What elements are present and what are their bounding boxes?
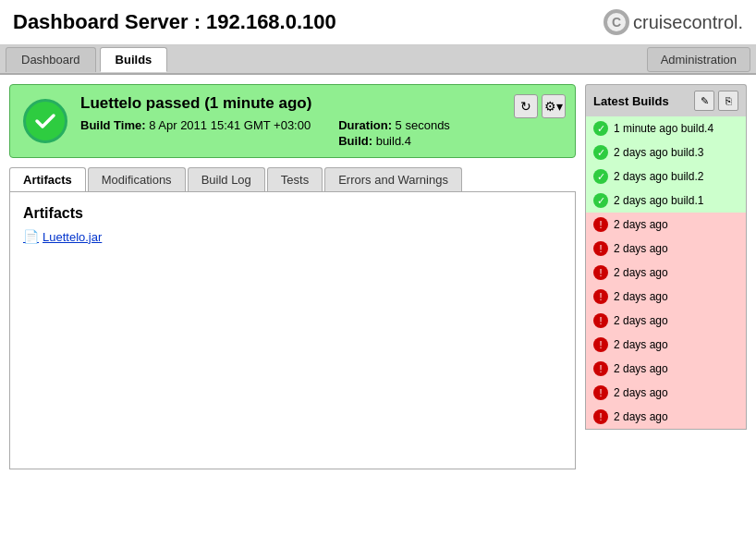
artifact-filename: Luettelo.jar: [43, 230, 102, 244]
file-icon: 📄: [23, 229, 39, 244]
build-list-item[interactable]: !2 days ago: [586, 309, 746, 333]
content-area: Luettelo passed (1 minute ago) Build Tim…: [9, 84, 576, 469]
build-title: Luettelo passed (1 minute ago): [80, 94, 562, 113]
build-list-item[interactable]: !2 days ago: [586, 261, 746, 285]
artifacts-heading: Artifacts: [23, 205, 562, 222]
tab-build-log[interactable]: Build Log: [188, 167, 265, 191]
tab-builds[interactable]: Builds: [100, 47, 168, 72]
duration: Duration: 5 seconds: [338, 118, 450, 132]
build-list-item[interactable]: !2 days ago: [586, 405, 746, 429]
build-time-label: Build Time:: [80, 118, 146, 132]
success-icon: ✓: [593, 169, 608, 184]
build-item-label: 2 days ago: [614, 338, 668, 351]
tab-modifications[interactable]: Modifications: [88, 167, 186, 191]
success-icon: ✓: [593, 145, 608, 160]
build-list-item[interactable]: !2 days ago: [586, 381, 746, 405]
tab-tests[interactable]: Tests: [267, 167, 323, 191]
duration-value: 5 seconds: [396, 118, 450, 132]
build-item-label: 2 days ago: [614, 242, 668, 255]
build-time-col: Build Time: 8 Apr 2011 15:41 GMT +03:00: [80, 118, 311, 148]
build-item-label: 2 days ago build.3: [614, 146, 703, 159]
failure-icon: !: [593, 409, 608, 424]
page-header: Dashboard Server : 192.168.0.100 C cruis…: [0, 0, 756, 45]
content-tabs: Artifacts Modifications Build Log Tests …: [9, 167, 576, 192]
build-time-value: 8 Apr 2011 15:41 GMT +03:00: [149, 118, 311, 132]
sidebar: Latest Builds ✎ ⎘ ✓1 minute ago build.4✓…: [585, 84, 747, 469]
build-status-icon: [23, 99, 67, 143]
build-list-item[interactable]: !2 days ago: [586, 285, 746, 309]
logo-text: cruisecontrol.: [633, 12, 743, 33]
navbar-left: Dashboard Builds: [6, 47, 167, 72]
build-list-item[interactable]: ✓2 days ago build.3: [586, 140, 746, 164]
sidebar-copy-button[interactable]: ⎘: [718, 91, 738, 111]
refresh-button[interactable]: ↻: [514, 94, 538, 118]
build-value: build.4: [376, 134, 411, 148]
builds-list: ✓1 minute ago build.4✓2 days ago build.3…: [585, 116, 747, 430]
build-item-label: 2 days ago: [614, 386, 668, 399]
artifact-file-link[interactable]: 📄 Luettelo.jar: [23, 229, 562, 244]
build-item-label: 2 days ago: [614, 218, 668, 231]
build-item-label: 2 days ago build.2: [614, 170, 703, 183]
build-list-item[interactable]: !2 days ago: [586, 357, 746, 381]
logo: C cruisecontrol.: [604, 9, 743, 35]
success-icon: ✓: [593, 193, 608, 208]
build-list-item[interactable]: ✓1 minute ago build.4: [586, 116, 746, 140]
build-list-item[interactable]: ✓2 days ago build.2: [586, 164, 746, 189]
sidebar-action-icons: ✎ ⎘: [694, 91, 738, 111]
build-label: Build:: [338, 134, 372, 148]
build-item-label: 2 days ago: [614, 266, 668, 279]
tab-artifacts[interactable]: Artifacts: [9, 167, 86, 191]
tab-administration[interactable]: Administration: [647, 47, 750, 72]
failure-icon: !: [593, 289, 608, 304]
build-meta: Build Time: 8 Apr 2011 15:41 GMT +03:00 …: [80, 118, 562, 148]
sidebar-edit-button[interactable]: ✎: [694, 91, 714, 111]
build-item-label: 2 days ago: [614, 290, 668, 303]
navbar: Dashboard Builds Administration: [0, 45, 756, 75]
build-list-item[interactable]: !2 days ago: [586, 333, 746, 357]
build-time: Build Time: 8 Apr 2011 15:41 GMT +03:00: [80, 118, 311, 132]
logo-icon: C: [604, 9, 629, 35]
build-item-label: 1 minute ago build.4: [614, 122, 713, 135]
tab-errors-warnings[interactable]: Errors and Warnings: [324, 167, 462, 191]
failure-icon: !: [593, 313, 608, 328]
success-icon: ✓: [593, 121, 608, 136]
tab-dashboard[interactable]: Dashboard: [6, 47, 96, 72]
build-action-icons: ↻ ⚙▾: [514, 94, 566, 118]
build-item-label: 2 days ago: [614, 410, 668, 423]
failure-icon: !: [593, 361, 608, 376]
failure-icon: !: [593, 217, 608, 232]
failure-icon: !: [593, 241, 608, 256]
build-item-label: 2 days ago: [614, 314, 668, 327]
settings-button[interactable]: ⚙▾: [542, 94, 566, 118]
failure-icon: !: [593, 385, 608, 400]
build-info: Luettelo passed (1 minute ago) Build Tim…: [80, 94, 562, 148]
build-list-item[interactable]: !2 days ago: [586, 213, 746, 237]
build-item-label: 2 days ago: [614, 362, 668, 375]
build-list-item[interactable]: ✓2 days ago build.1: [586, 189, 746, 213]
build-ref: Build: build.4: [338, 134, 450, 148]
server-title: Dashboard Server : 192.168.0.100: [13, 10, 336, 34]
build-item-label: 2 days ago build.1: [614, 194, 703, 207]
failure-icon: !: [593, 337, 608, 352]
duration-col: Duration: 5 seconds Build: build.4: [338, 118, 450, 148]
build-list-item[interactable]: !2 days ago: [586, 237, 746, 261]
main-content: Luettelo passed (1 minute ago) Build Tim…: [0, 75, 756, 479]
duration-label: Duration:: [338, 118, 392, 132]
tab-content-area: Artifacts 📄 Luettelo.jar: [9, 192, 576, 469]
sidebar-header: Latest Builds ✎ ⎘: [585, 84, 747, 116]
build-banner: Luettelo passed (1 minute ago) Build Tim…: [9, 84, 576, 158]
failure-icon: !: [593, 265, 608, 280]
sidebar-title: Latest Builds: [593, 94, 669, 108]
